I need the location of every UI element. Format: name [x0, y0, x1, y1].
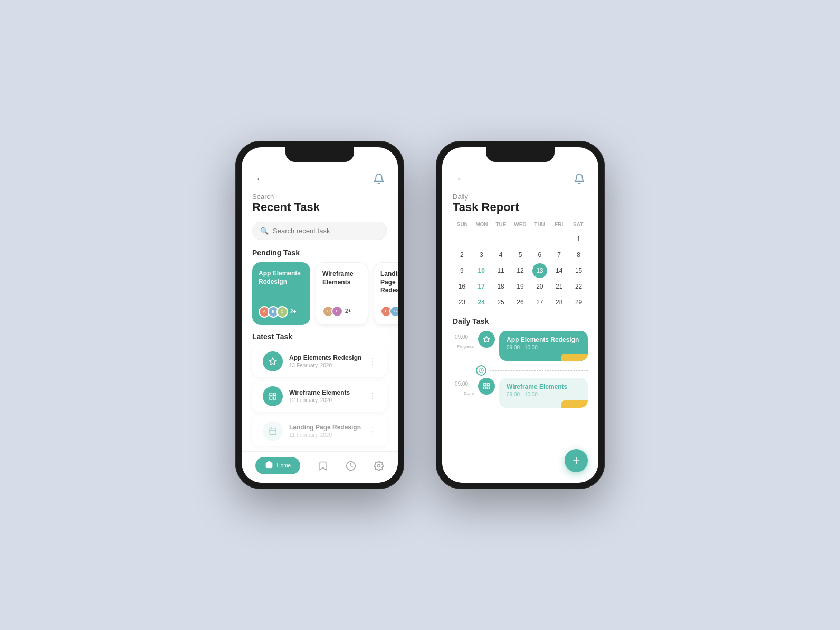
task-more-1[interactable]: ⋮ — [368, 356, 377, 366]
task-date-2: 12 February, 2020 — [289, 397, 362, 403]
cal-2[interactable]: 2 — [454, 247, 469, 262]
nav-home[interactable]: Home — [255, 457, 300, 474]
cal-4[interactable]: 4 — [493, 247, 508, 262]
cal-17[interactable]: 17 — [474, 279, 489, 294]
cal-24[interactable]: 24 — [474, 295, 489, 310]
cal-5[interactable]: 5 — [513, 247, 528, 262]
cal-8[interactable]: 8 — [571, 247, 586, 262]
cal-9[interactable]: 9 — [454, 263, 469, 278]
notch-2 — [486, 147, 555, 162]
cal-18[interactable]: 18 — [493, 279, 508, 294]
latest-tasks-list: App Elements Redesign 13 February, 2020 … — [242, 346, 398, 451]
pending-task-card-2[interactable]: Wireframe Elements D E 2+ — [316, 262, 368, 325]
pending-task-card-3[interactable]: Landing Page Redesign F G — [374, 262, 398, 325]
cal-28[interactable]: 28 — [552, 295, 567, 310]
latest-section-title: Latest Task — [242, 332, 398, 346]
cal-day-sun: SUN — [453, 222, 472, 227]
fab-button[interactable]: + — [565, 449, 588, 472]
pending-tasks-row: App Elements Redesign A B C 2+ Wireframe… — [242, 262, 398, 332]
done-label: Done — [464, 391, 474, 396]
title-sub-1: Search — [252, 193, 387, 201]
task-card-title-3: Landing Page Redesign — [380, 270, 398, 295]
dt-card-2[interactable]: Wireframe Elements 09:00 - 10:00 — [499, 378, 588, 408]
task-card-title-1: App Elements Redesign — [259, 270, 304, 286]
svg-rect-4 — [273, 397, 276, 399]
current-time-line — [476, 365, 588, 376]
cal-27[interactable]: 27 — [532, 295, 547, 310]
cal-empty-6 — [552, 232, 567, 246]
cal-29[interactable]: 29 — [571, 295, 586, 310]
cal-16[interactable]: 16 — [454, 279, 469, 294]
bell-icon-1[interactable] — [370, 170, 387, 187]
nav-home-label: Home — [276, 463, 291, 469]
cal-1[interactable]: 1 — [571, 232, 586, 246]
screen-2: ← Daily Task Report SUN MON TUE — [442, 147, 598, 483]
time-dot — [476, 365, 486, 376]
cal-23[interactable]: 23 — [454, 295, 469, 310]
task-icon-1 — [263, 351, 283, 371]
task-card-avatars-3: F G — [380, 306, 398, 317]
search-input[interactable] — [273, 227, 379, 235]
cal-6[interactable]: 6 — [532, 247, 547, 262]
task-date-1: 13 February, 2020 — [289, 362, 362, 368]
avatar-count-1: 2+ — [290, 309, 296, 314]
task-info-3: Landing Page Redesign 11 February, 2020 — [289, 424, 362, 438]
task-info-1: App Elements Redesign 13 February, 2020 — [289, 354, 362, 368]
avatar-7: G — [389, 306, 398, 317]
cal-3[interactable]: 3 — [474, 247, 489, 262]
svg-point-10 — [377, 464, 380, 467]
cal-25[interactable]: 25 — [493, 295, 508, 310]
task-card-avatars-2: D E 2+ — [322, 306, 361, 317]
nav-clock[interactable] — [346, 461, 356, 471]
search-bar[interactable]: 🔍 — [252, 222, 387, 240]
cal-empty-5 — [532, 232, 547, 246]
notch-1 — [285, 147, 354, 162]
daily-task-row-2: 09:00 Done Wireframe Elements 09:00 - 10… — [453, 378, 588, 408]
svg-rect-16 — [487, 387, 489, 389]
task-name-1: App Elements Redesign — [289, 354, 362, 361]
cal-empty-4 — [513, 232, 528, 246]
cal-10[interactable]: 10 — [474, 263, 489, 278]
cal-grid: 1 2 3 4 5 6 7 8 9 10 11 12 13 14 15 — [453, 232, 588, 310]
dt-card-time-2: 09:00 - 10:00 — [507, 392, 580, 397]
task-name-2: Wireframe Elements — [289, 389, 362, 396]
cal-22[interactable]: 22 — [571, 279, 586, 294]
dt-icon-2 — [478, 378, 495, 395]
pending-section-title: Pending Task — [242, 249, 398, 262]
svg-rect-3 — [270, 397, 272, 399]
cal-13-today[interactable]: 13 — [532, 263, 547, 278]
cal-21[interactable]: 21 — [552, 279, 567, 294]
time-label-1: 09:00 — [455, 331, 474, 340]
cal-day-thu: THU — [530, 222, 549, 227]
screen-1: ← Search Recent Task 🔍 Pending Task — [242, 147, 398, 483]
cal-empty-3 — [493, 232, 508, 246]
task-icon-3 — [263, 421, 283, 441]
latest-task-2[interactable]: Wireframe Elements 12 February, 2020 ⋮ — [252, 381, 387, 412]
latest-task-1[interactable]: App Elements Redesign 13 February, 2020 … — [252, 346, 387, 377]
cal-19[interactable]: 19 — [513, 279, 528, 294]
cal-26[interactable]: 26 — [513, 295, 528, 310]
cal-14[interactable]: 14 — [552, 263, 567, 278]
bell-icon-2[interactable] — [571, 170, 588, 187]
cal-20[interactable]: 20 — [532, 279, 547, 294]
back-button-1[interactable]: ← — [252, 171, 268, 187]
cal-15[interactable]: 15 — [571, 263, 586, 278]
cal-day-tue: TUE — [491, 222, 511, 227]
phone-2: ← Daily Task Report SUN MON TUE — [436, 141, 605, 489]
task-more-2[interactable]: ⋮ — [368, 391, 377, 401]
title-main-1: Recent Task — [252, 201, 387, 214]
latest-task-3[interactable]: Landing Page Redesign 11 February, 2020 … — [252, 416, 387, 446]
back-button-2[interactable]: ← — [453, 171, 469, 187]
cal-11[interactable]: 11 — [493, 263, 508, 278]
page-title-1: Search Recent Task — [242, 193, 398, 222]
nav-settings[interactable] — [374, 461, 384, 471]
page-title-2: Daily Task Report — [442, 193, 598, 222]
dt-card-1[interactable]: App Elements Redesign 09:00 - 10:00 — [499, 331, 588, 361]
cal-7[interactable]: 7 — [552, 247, 567, 262]
task-more-3[interactable]: ⋮ — [368, 426, 377, 436]
dt-card-title-1: App Elements Redesign — [507, 336, 580, 343]
svg-marker-11 — [483, 336, 490, 342]
nav-bookmark[interactable] — [318, 461, 328, 471]
cal-12[interactable]: 12 — [513, 263, 528, 278]
pending-task-card-1[interactable]: App Elements Redesign A B C 2+ — [252, 262, 310, 325]
